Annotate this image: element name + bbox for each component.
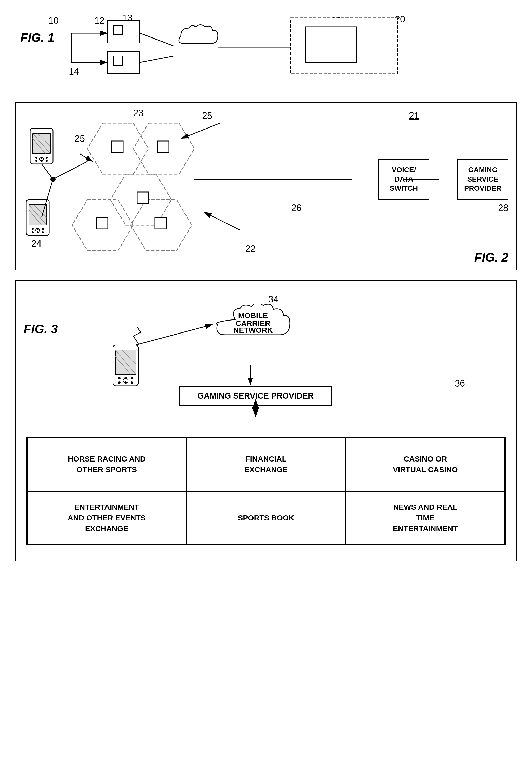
fig3-financial-exchange-label: FINANCIALEXCHANGE [244, 454, 288, 475]
svg-rect-12 [112, 141, 123, 152]
fig3-connections-svg [26, 294, 506, 421]
svg-point-30 [46, 156, 48, 158]
svg-line-3 [140, 33, 173, 46]
svg-point-31 [35, 160, 37, 162]
fig3-news-label: NEWS AND REALTIMEENTERTAINMENT [393, 502, 458, 534]
svg-line-19 [182, 123, 220, 138]
fig3-cell-financial-exchange: FINANCIALEXCHANGE [186, 437, 345, 491]
svg-point-43 [32, 231, 34, 233]
fig1-svg [15, 10, 474, 92]
fig3-cell-news: NEWS AND REALTIMEENTERTAINMENT [346, 491, 505, 544]
svg-rect-13 [157, 141, 169, 152]
fig3-cell-entertainment: ENTERTAINMENTAND OTHER EVENTSEXCHANGE [27, 491, 186, 544]
fig2-svg [16, 103, 516, 270]
fig2-diagram: 23 24 24 25 25 26 28 22 21 FIG. 2 VOICE/… [15, 102, 517, 270]
svg-rect-16 [155, 218, 166, 229]
svg-rect-14 [137, 192, 149, 204]
svg-point-32 [41, 160, 43, 162]
svg-line-49 [53, 161, 87, 179]
svg-point-42 [42, 228, 44, 230]
fig3-horse-racing-label: HORSE RACING ANDOTHER SPORTS [68, 454, 146, 475]
svg-line-4 [140, 56, 173, 62]
svg-line-21 [205, 213, 240, 230]
svg-point-29 [41, 156, 43, 158]
svg-point-33 [46, 160, 48, 162]
page: 10 12 13 14 16 18 20 13 FIG. 1 [0, 0, 532, 768]
fig1-diagram: 10 12 13 14 16 18 20 13 FIG. 1 [15, 10, 517, 92]
fig3-cell-sports-book: SPORTS BOOK [186, 491, 345, 544]
svg-point-41 [37, 228, 39, 230]
fig3-cell-horse-racing: HORSE RACING ANDOTHER SPORTS [27, 437, 186, 491]
fig3-sports-book-label: SPORTS BOOK [238, 512, 294, 523]
fig3-services-grid: HORSE RACING ANDOTHER SPORTS FINANCIALEX… [26, 437, 506, 545]
fig3-casino-label: CASINO ORVIRTUAL CASINO [393, 454, 458, 475]
svg-point-45 [42, 231, 44, 233]
svg-line-67 [136, 325, 212, 345]
svg-rect-7 [306, 27, 357, 62]
fig3-diagram: FIG. 3 34 36 MOBILE [15, 281, 517, 561]
fig3-top-section: MOBILE CARRIER NETWORK GAMING SERVICE PR… [26, 294, 506, 421]
svg-point-28 [35, 156, 37, 158]
svg-line-47 [42, 164, 53, 179]
fig3-cell-casino: CASINO ORVIRTUAL CASINO [346, 437, 505, 491]
fig3-entertainment-label: ENTERTAINMENTAND OTHER EVENTSEXCHANGE [68, 502, 146, 534]
svg-point-40 [32, 228, 34, 230]
svg-point-44 [37, 231, 39, 233]
svg-rect-15 [96, 218, 108, 229]
svg-line-20 [80, 154, 92, 161]
